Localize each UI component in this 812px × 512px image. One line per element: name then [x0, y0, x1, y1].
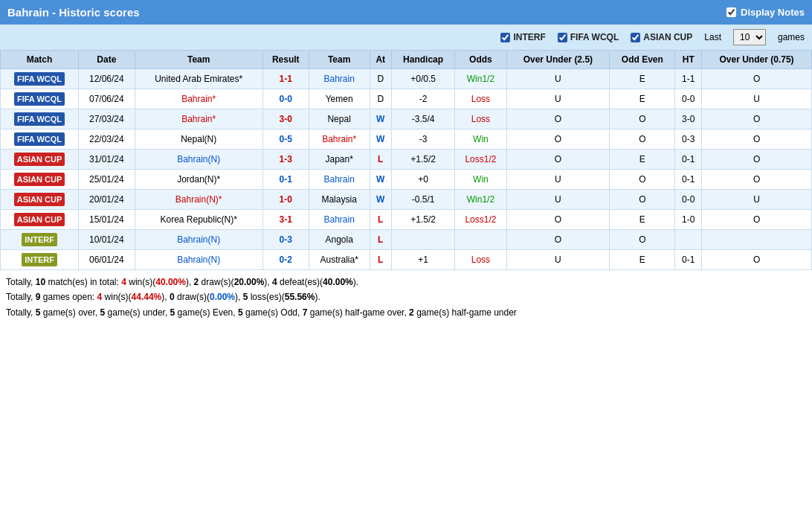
handicap-value [391, 230, 454, 250]
ht-score: 1-0 [675, 210, 702, 230]
col-handicap: Handicap [391, 51, 454, 69]
team2-name[interactable]: Malaysia [309, 190, 370, 210]
table-row: ASIAN CUP20/01/24Bahrain(N)*1-0MalaysiaW… [1, 190, 812, 210]
odd-even-value: E [610, 210, 675, 230]
col-odds: Odds [455, 51, 506, 69]
match-date: 22/03/24 [79, 129, 135, 150]
over-under-075-value: O [702, 109, 812, 129]
table-row: ASIAN CUP15/01/24Korea Republic(N)*3-1Ba… [1, 210, 812, 230]
over-under-25-value: U [506, 170, 610, 190]
display-notes-container: Display Notes [726, 7, 805, 18]
match-score[interactable]: 0-1 [262, 170, 309, 190]
match-type-badge: ASIAN CUP [14, 153, 65, 166]
match-score[interactable]: 0-5 [262, 129, 309, 150]
over-under-075-value [702, 230, 812, 250]
over-under-075-value: O [702, 69, 812, 89]
odds-value [455, 230, 506, 250]
match-score[interactable]: 0-0 [262, 89, 309, 109]
over-under-25-value: U [506, 190, 610, 210]
team2-name[interactable]: Bahrain [309, 170, 370, 190]
team2-name[interactable]: Nepal [309, 109, 370, 129]
summary-line: Totally, 10 match(es) in total: 4 win(s)… [6, 275, 806, 289]
odd-even-value: E [610, 150, 675, 170]
team1-name[interactable]: Korea Republic(N)* [135, 210, 262, 230]
table-row: INTERF10/01/24Bahrain(N)0-3AngolaLOO [1, 230, 812, 250]
filter-fifa-wcql[interactable]: FIFA WCQL [558, 32, 619, 42]
asian-cup-checkbox[interactable] [631, 33, 640, 42]
match-type-cell: ASIAN CUP [1, 190, 79, 210]
over-under-075-value: O [702, 170, 812, 190]
table-row: FIFA WCQL22/03/24Nepal(N)0-5Bahrain*W-3W… [1, 129, 812, 150]
odds-value: Loss [455, 89, 506, 109]
team2-name[interactable]: Bahrain* [309, 129, 370, 150]
odds-value: Loss1/2 [455, 150, 506, 170]
summary-line: Totally, 5 game(s) over, 5 game(s) under… [6, 305, 806, 320]
team1-name[interactable]: Bahrain* [135, 109, 262, 129]
team1-name[interactable]: Nepal(N) [135, 129, 262, 150]
over-under-25-value: U [506, 89, 610, 109]
team2-name[interactable]: Yemen [309, 89, 370, 109]
interf-checkbox[interactable] [500, 33, 510, 42]
team2-name[interactable]: Bahrain [309, 210, 370, 230]
page-title: Bahrain - Historic scores [7, 6, 140, 19]
display-notes-checkbox[interactable] [726, 7, 736, 17]
team2-name[interactable]: Japan* [309, 150, 370, 170]
match-result-wld: W [370, 109, 391, 129]
match-type-cell: INTERF [1, 230, 79, 250]
match-score[interactable]: 1-0 [262, 190, 309, 210]
summary-line: Totally, 9 games open: 4 win(s)(44.44%),… [6, 289, 806, 304]
team2-name[interactable]: Australia* [309, 250, 370, 270]
team1-name[interactable]: Jordan(N)* [135, 170, 262, 190]
match-date: 12/06/24 [79, 69, 135, 89]
team1-name[interactable]: Bahrain(N) [135, 230, 262, 250]
table-row: INTERF06/01/24Bahrain(N)0-2Australia*L+1… [1, 250, 812, 270]
ht-score: 1-1 [675, 69, 702, 89]
match-date: 27/03/24 [79, 109, 135, 129]
match-type-badge: FIFA WCQL [14, 92, 65, 106]
team1-name[interactable]: Bahrain(N) [135, 150, 262, 170]
match-result-wld: W [370, 170, 391, 190]
team1-name[interactable]: United Arab Emirates* [135, 69, 262, 89]
over-under-25-value: O [506, 109, 610, 129]
match-score[interactable]: 0-3 [262, 230, 309, 250]
fifa-wcql-checkbox[interactable] [558, 33, 567, 42]
match-score[interactable]: 3-0 [262, 109, 309, 129]
match-type-cell: ASIAN CUP [1, 170, 79, 190]
match-result-wld: D [370, 69, 391, 89]
match-date: 07/06/24 [79, 89, 135, 109]
ht-score: 0-1 [675, 250, 702, 270]
team1-name[interactable]: Bahrain(N) [135, 250, 262, 270]
match-result-wld: W [370, 190, 391, 210]
match-score[interactable]: 0-2 [262, 250, 309, 270]
last-games-select[interactable]: 5 10 20 50 [733, 29, 766, 45]
match-score[interactable]: 3-1 [262, 210, 309, 230]
col-at: At [370, 51, 391, 69]
match-result-wld: L [370, 250, 391, 270]
match-type-cell: FIFA WCQL [1, 69, 79, 89]
col-team1: Team [135, 51, 262, 69]
match-type-badge: ASIAN CUP [14, 213, 65, 226]
team1-name[interactable]: Bahrain* [135, 89, 262, 109]
handicap-value: -0.5/1 [391, 190, 454, 210]
odds-value: Win [455, 129, 506, 150]
ht-score: 0-1 [675, 150, 702, 170]
odds-value: Win1/2 [455, 190, 506, 210]
over-under-25-value: U [506, 69, 610, 89]
odd-even-value: O [610, 170, 675, 190]
col-over-under-25: Over Under (2.5) [506, 51, 610, 69]
filter-interf[interactable]: INTERF [500, 32, 545, 42]
match-date: 25/01/24 [79, 170, 135, 190]
over-under-075-value: O [702, 210, 812, 230]
over-under-075-value: U [702, 190, 812, 210]
team1-name[interactable]: Bahrain(N)* [135, 190, 262, 210]
team2-name[interactable]: Bahrain [309, 69, 370, 89]
match-date: 10/01/24 [79, 230, 135, 250]
ht-score: 3-0 [675, 109, 702, 129]
over-under-25-value: O [506, 210, 610, 230]
team2-name[interactable]: Angola [309, 230, 370, 250]
match-score[interactable]: 1-1 [262, 69, 309, 89]
filter-asian-cup[interactable]: ASIAN CUP [631, 32, 692, 42]
match-score[interactable]: 1-3 [262, 150, 309, 170]
ht-score: 0-0 [675, 190, 702, 210]
match-type-cell: ASIAN CUP [1, 210, 79, 230]
